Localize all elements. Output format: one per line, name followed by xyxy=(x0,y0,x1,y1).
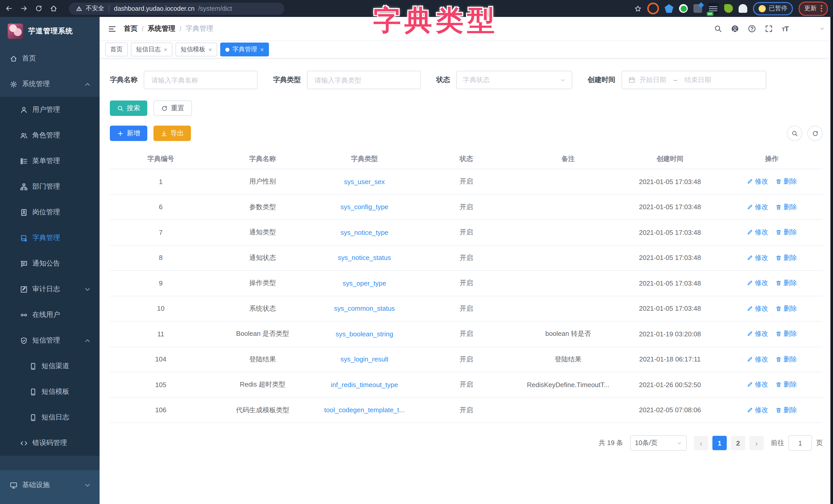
dict-type-link[interactable]: tool_codegen_template_t... xyxy=(314,406,415,414)
edit-link[interactable]: 修改 xyxy=(747,253,768,262)
tags-view-tab[interactable]: 短信日志 × xyxy=(131,43,172,56)
avatar-caret-icon[interactable] xyxy=(820,26,825,31)
tags-view-tab[interactable]: 短信模板 × xyxy=(175,43,217,56)
page-button-1[interactable]: 1 xyxy=(712,436,727,450)
sidebar-item-user[interactable]: 用户管理 xyxy=(0,97,100,123)
edit-link[interactable]: 修改 xyxy=(747,177,768,186)
export-button[interactable]: 导出 xyxy=(153,126,191,141)
table-row: 104 登陆结果 sys_login_result 开启 登陆结果 2021-0… xyxy=(110,347,823,372)
page-button-2[interactable]: 2 xyxy=(731,436,745,450)
font-size-icon[interactable]: TT xyxy=(782,25,788,33)
prev-page-button[interactable]: ‹ xyxy=(694,436,708,450)
window-scrollbar[interactable] xyxy=(830,17,833,504)
delete-link[interactable]: 删除 xyxy=(776,380,797,389)
show-search-toggle-button[interactable] xyxy=(787,126,802,141)
extension-orange-icon[interactable] xyxy=(647,3,659,14)
trash-icon xyxy=(776,306,782,312)
dict-type-link[interactable]: sys_config_type xyxy=(314,203,415,211)
page-size-select[interactable]: 10条/页 xyxy=(630,435,687,451)
breadcrumb-home[interactable]: 首页 xyxy=(124,24,138,33)
dict-type-link[interactable]: sys_common_status xyxy=(314,305,415,312)
browser-forward-icon[interactable] xyxy=(20,5,28,12)
sidebar-item-code[interactable]: 错误码管理 xyxy=(0,430,100,456)
browser-menu-icon[interactable] xyxy=(821,5,822,12)
delete-link[interactable]: 删除 xyxy=(776,228,797,237)
delete-link[interactable]: 删除 xyxy=(776,203,797,212)
close-tab-icon[interactable]: × xyxy=(164,46,167,53)
github-icon[interactable] xyxy=(731,25,739,33)
sidebar-item-monitor[interactable]: 基础设施 xyxy=(0,472,100,498)
sidebar-item-home[interactable]: 首页 xyxy=(0,46,100,71)
dict-type-link[interactable]: sys_login_result xyxy=(314,356,415,363)
add-button[interactable]: 新增 xyxy=(110,126,147,141)
sidebar-item-dictionary[interactable]: 字典管理 xyxy=(0,225,100,251)
close-tab-icon[interactable]: × xyxy=(260,46,264,53)
dict-type-link[interactable]: sys_notice_status xyxy=(314,254,415,262)
browser-update-button[interactable]: 更新 xyxy=(799,1,828,16)
dict-type-link[interactable]: sys_user_sex xyxy=(314,178,415,185)
address-bar[interactable]: 不安全 dashboard.yudao.iocoder.cn/system/di… xyxy=(69,2,284,15)
delete-link[interactable]: 删除 xyxy=(776,329,797,339)
browser-home-icon[interactable] xyxy=(50,5,57,12)
sidebar-item-users[interactable]: 角色管理 xyxy=(0,123,100,148)
extension-blue-icon[interactable] xyxy=(665,4,673,13)
sidebar-item-shield-check[interactable]: 短信管理 xyxy=(0,328,100,353)
edit-link[interactable]: 修改 xyxy=(747,380,768,389)
edit-link[interactable]: 修改 xyxy=(747,406,768,415)
delete-link[interactable]: 删除 xyxy=(776,177,797,186)
delete-link[interactable]: 删除 xyxy=(776,253,797,262)
edit-link[interactable]: 修改 xyxy=(747,355,768,364)
sidebar-item-phone[interactable]: 短信渠道 xyxy=(0,353,100,379)
edit-link[interactable]: 修改 xyxy=(747,329,768,339)
tags-view-tab[interactable]: 首页 xyxy=(105,43,128,56)
date-range-picker[interactable]: 开始日期 ~ 结束日期 xyxy=(622,71,766,89)
trash-icon xyxy=(776,331,782,337)
help-icon[interactable] xyxy=(748,25,756,33)
extension-bars-icon[interactable]: on xyxy=(708,3,718,14)
goto-page-input[interactable] xyxy=(788,435,812,451)
extension-diamond-icon[interactable] xyxy=(693,4,702,13)
next-page-button[interactable]: › xyxy=(749,436,764,450)
dict-type-link[interactable]: sys_oper_type xyxy=(314,279,415,287)
tags-view-tab[interactable]: 字典管理 × xyxy=(220,43,269,56)
sidebar-item-id-badge[interactable]: 岗位管理 xyxy=(0,199,100,225)
dict-type-link[interactable]: sys_notice_type xyxy=(314,229,415,236)
dict-type-input[interactable] xyxy=(314,76,414,84)
search-button[interactable]: 搜索 xyxy=(110,100,147,116)
browser-reload-icon[interactable] xyxy=(35,5,43,12)
delete-link[interactable]: 删除 xyxy=(776,279,797,288)
sidebar-item-online-user[interactable]: 在线用户 xyxy=(0,302,100,328)
status-select[interactable]: 字典状态 xyxy=(456,71,572,89)
browser-back-icon[interactable] xyxy=(5,5,13,12)
close-tab-icon[interactable]: × xyxy=(208,46,212,53)
header-search-icon[interactable] xyxy=(714,25,722,33)
dict-type-link[interactable]: sys_boolean_string xyxy=(314,330,415,338)
reset-button[interactable]: 重置 xyxy=(153,100,192,116)
sidebar-item-audit-log[interactable]: 审计日志 xyxy=(0,276,100,302)
delete-link[interactable]: 删除 xyxy=(776,406,797,415)
dict-type-link[interactable]: inf_redis_timeout_type xyxy=(314,381,415,388)
extension-ghost-icon[interactable] xyxy=(739,4,747,13)
edit-link[interactable]: 修改 xyxy=(747,203,768,212)
bookmark-star-icon[interactable] xyxy=(634,5,642,12)
extension-green-circle-icon[interactable] xyxy=(679,4,688,13)
delete-link[interactable]: 删除 xyxy=(776,355,797,364)
sidebar-item-org-tree[interactable]: 部门管理 xyxy=(0,174,100,199)
refresh-table-button[interactable] xyxy=(807,126,823,141)
sidebar-item-gear[interactable]: 系统管理 xyxy=(0,71,100,97)
collapse-sidebar-icon[interactable] xyxy=(108,24,117,33)
edit-link[interactable]: 修改 xyxy=(747,279,768,288)
dict-name-input[interactable] xyxy=(150,76,251,84)
edit-link[interactable]: 修改 xyxy=(747,228,768,237)
extension-leaf-icon[interactable] xyxy=(724,4,733,13)
sidebar-item-phone[interactable]: 短信模板 xyxy=(0,379,100,405)
edit-link[interactable]: 修改 xyxy=(747,304,768,313)
extension-paused-pill[interactable]: 已暂停 xyxy=(753,2,793,15)
delete-link[interactable]: 删除 xyxy=(776,304,797,313)
user-avatar[interactable] xyxy=(797,22,811,35)
fullscreen-icon[interactable] xyxy=(765,25,773,33)
sidebar-item-menu-list[interactable]: 菜单管理 xyxy=(0,148,100,174)
sidebar-item-phone[interactable]: 短信日志 xyxy=(0,405,100,430)
breadcrumb-system[interactable]: 系统管理 xyxy=(148,24,175,33)
sidebar-item-announcement[interactable]: 通知公告 xyxy=(0,251,100,276)
